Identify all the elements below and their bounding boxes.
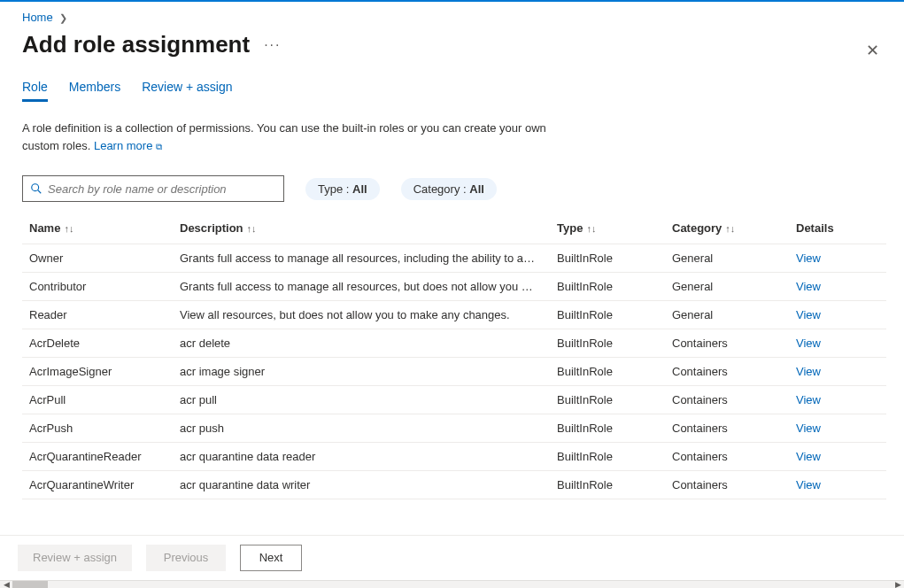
cell-type: BuiltInRole [550,443,665,471]
cell-description: acr image signer [173,358,550,386]
cell-category: Containers [665,414,789,443]
cell-name: AcrPull [22,386,173,414]
cell-description: acr push [173,414,550,443]
table-row[interactable]: AcrQuarantineWriteracr quarantine data w… [22,471,886,499]
cell-category: Containers [665,329,789,358]
learn-more-label: Learn more [94,139,152,152]
page-title: Add role assignment [22,31,250,58]
svg-line-1 [38,190,42,194]
tab-review[interactable]: Review + assign [142,80,232,102]
col-name[interactable]: Name↑↓ [22,214,173,244]
breadcrumb-home[interactable]: Home [22,11,53,24]
cell-name: Owner [22,244,173,273]
cell-description: Grants full access to manage all resourc… [173,244,550,273]
chevron-right-icon: ❯ [56,12,71,23]
cell-type: BuiltInRole [550,301,665,329]
cell-type: BuiltInRole [550,273,665,301]
cell-description: acr pull [173,386,550,414]
table-row[interactable]: ReaderView all resources, but does not a… [22,301,886,329]
description-line-2: custom roles. [22,139,94,152]
cell-category: Containers [665,358,789,386]
close-icon[interactable]: ✕ [866,41,879,60]
more-actions-icon[interactable]: ··· [264,37,281,53]
cell-type: BuiltInRole [550,358,665,386]
view-link[interactable]: View [796,478,821,491]
view-link[interactable]: View [796,365,821,378]
cell-category: Containers [665,471,789,499]
filter-category-value: All [469,182,484,196]
view-link[interactable]: View [796,251,821,265]
previous-button: Previous [146,545,226,571]
cell-category: Containers [665,386,789,414]
cell-description: acr quarantine data writer [173,471,550,499]
sort-icon: ↑↓ [60,223,73,234]
tab-members[interactable]: Members [69,80,120,102]
cell-description: acr quarantine data reader [173,443,550,471]
cell-category: Containers [665,443,789,471]
cell-type: BuiltInRole [550,329,665,358]
description-line-1: A role definition is a collection of per… [22,121,546,135]
view-link[interactable]: View [796,450,821,463]
search-icon [30,182,42,195]
filter-category[interactable]: Category : All [401,178,497,200]
table-row[interactable]: AcrDeleteacr deleteBuiltInRoleContainers… [22,329,886,358]
scrollbar-thumb[interactable] [12,581,48,588]
cell-name: AcrQuarantineWriter [22,471,173,499]
cell-type: BuiltInRole [550,244,665,273]
scroll-left-icon[interactable]: ◀ [0,581,12,588]
cell-type: BuiltInRole [550,386,665,414]
col-details: Details [789,214,886,244]
col-details-label: Details [796,221,834,235]
table-row[interactable]: AcrPushacr pushBuiltInRoleContainersView [22,414,886,443]
col-description[interactable]: Description↑↓ [173,214,550,244]
sort-icon: ↑↓ [583,223,596,234]
cell-description: acr delete [173,329,550,358]
cell-type: BuiltInRole [550,414,665,443]
filter-type[interactable]: Type : All [305,178,380,200]
wizard-footer: Review + assign Previous Next [0,535,904,580]
cell-description: View all resources, but does not allow y… [173,301,550,329]
view-link[interactable]: View [796,308,821,321]
cell-category: General [665,273,789,301]
search-input-wrapper[interactable] [22,175,284,202]
tab-role[interactable]: Role [22,80,48,102]
filter-category-label: Category : [413,182,470,196]
table-row[interactable]: OwnerGrants full access to manage all re… [22,244,886,273]
cell-name: Contributor [22,273,173,301]
col-type[interactable]: Type↑↓ [550,214,665,244]
table-row[interactable]: AcrQuarantineReaderacr quarantine data r… [22,443,886,471]
svg-point-0 [32,184,39,191]
review-assign-button: Review + assign [18,545,132,571]
table-row[interactable]: AcrImageSigneracr image signerBuiltInRol… [22,358,886,386]
cell-name: Reader [22,301,173,329]
roles-table: Name↑↓ Description↑↓ Type↑↓ Category↑↓ D… [22,214,886,499]
view-link[interactable]: View [796,280,821,293]
cell-name: AcrQuarantineReader [22,443,173,471]
cell-name: AcrPush [22,414,173,443]
scroll-right-icon[interactable]: ▶ [892,581,904,588]
filter-type-label: Type : [318,182,352,196]
cell-category: General [665,244,789,273]
filter-type-value: All [352,182,367,196]
view-link[interactable]: View [796,422,821,435]
view-link[interactable]: View [796,337,821,350]
learn-more-link[interactable]: Learn more ⧉ [94,139,162,152]
horizontal-scrollbar[interactable]: ◀ ▶ [0,580,904,588]
cell-type: BuiltInRole [550,471,665,499]
cell-category: General [665,301,789,329]
breadcrumb: Home ❯ [22,2,886,27]
col-name-label: Name [29,221,60,235]
external-link-icon: ⧉ [156,142,162,151]
sort-icon: ↑↓ [722,223,735,234]
cell-name: AcrImageSigner [22,358,173,386]
sort-icon: ↑↓ [243,223,257,234]
page-description: A role definition is a collection of per… [22,120,553,154]
table-row[interactable]: ContributorGrants full access to manage … [22,273,886,301]
cell-name: AcrDelete [22,329,173,358]
col-category[interactable]: Category↑↓ [665,214,789,244]
table-row[interactable]: AcrPullacr pullBuiltInRoleContainersView [22,386,886,414]
next-button[interactable]: Next [240,545,302,571]
tabs: Role Members Review + assign [22,80,886,102]
search-input[interactable] [48,182,276,196]
view-link[interactable]: View [796,393,821,406]
